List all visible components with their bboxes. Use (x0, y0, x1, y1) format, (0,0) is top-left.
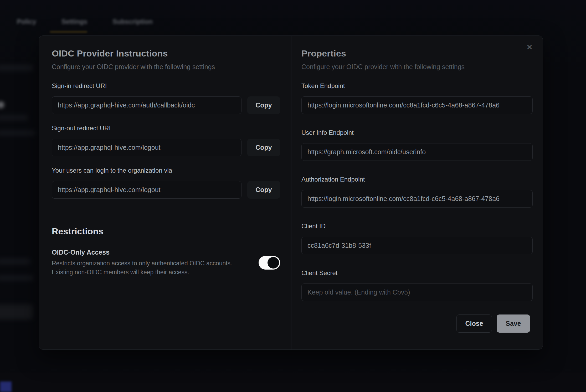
restrictions-heading: Restrictions (52, 226, 280, 236)
oidc-only-access-label: OIDC-Only Access (52, 249, 251, 256)
client-id-input[interactable] (301, 237, 533, 254)
section-divider (52, 213, 280, 213)
userinfo-endpoint-label: User Info Endpoint (301, 129, 533, 136)
token-endpoint-row (301, 96, 533, 114)
authorization-endpoint-row (301, 190, 533, 208)
client-secret-input[interactable] (301, 283, 533, 301)
section-title-instructions: OIDC Provider Instructions (52, 48, 280, 59)
oidc-only-access-text: OIDC-Only Access Restricts organization … (52, 249, 251, 277)
description-line-2: Existing non-OIDC members will keep thei… (52, 269, 189, 276)
oidc-only-access-row: OIDC-Only Access Restricts organization … (52, 249, 280, 277)
signin-redirect-uri-input[interactable] (52, 96, 241, 114)
token-endpoint-label: Token Endpoint (301, 82, 533, 90)
signout-redirect-uri-input[interactable] (52, 139, 241, 156)
client-id-row (301, 237, 533, 254)
userinfo-endpoint-row (301, 143, 533, 161)
section-subtitle-instructions: Configure your OIDC provider with the fo… (52, 63, 280, 71)
description-line-1: Restricts organization access to only au… (52, 260, 232, 267)
signin-redirect-uri-label: Sign-in redirect URI (52, 82, 280, 90)
properties-column: Properties Configure your OIDC provider … (291, 36, 543, 349)
authorization-endpoint-input[interactable] (301, 190, 533, 208)
token-endpoint-input[interactable] (301, 96, 533, 114)
oidc-instructions-column: OIDC Provider Instructions Configure you… (39, 36, 291, 349)
login-via-row: Copy (52, 181, 280, 199)
section-subtitle-properties: Configure your OIDC provider with the fo… (301, 63, 533, 71)
oidc-only-access-toggle[interactable] (259, 256, 280, 270)
signout-redirect-uri-row: Copy (52, 139, 280, 156)
login-via-input[interactable] (52, 181, 241, 199)
client-secret-row (301, 283, 533, 301)
close-button[interactable]: Close (456, 314, 492, 333)
oidc-only-access-description: Restricts organization access to only au… (52, 259, 251, 277)
client-id-label: Client ID (301, 223, 533, 230)
toggle-knob (268, 257, 279, 269)
oidc-settings-dialog: ✕ OIDC Provider Instructions Configure y… (39, 35, 543, 350)
login-via-label: Your users can login to the organization… (52, 167, 280, 174)
save-button[interactable]: Save (497, 314, 530, 333)
userinfo-endpoint-input[interactable] (301, 143, 533, 161)
dialog-actions: Close Save (456, 314, 530, 333)
section-title-properties: Properties (301, 48, 533, 59)
signin-redirect-uri-row: Copy (52, 96, 280, 114)
copy-signin-uri-button[interactable]: Copy (247, 96, 280, 114)
signout-redirect-uri-label: Sign-out redirect URI (52, 125, 280, 132)
authorization-endpoint-label: Authorization Endpoint (301, 176, 533, 183)
client-secret-label: Client Secret (301, 269, 533, 277)
copy-signout-uri-button[interactable]: Copy (247, 139, 280, 156)
copy-login-uri-button[interactable]: Copy (247, 181, 280, 199)
